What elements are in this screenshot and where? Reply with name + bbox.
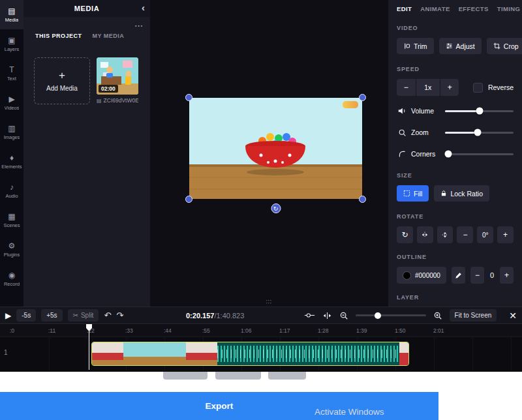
media-thumbnail[interactable]: 02:00	[97, 57, 138, 95]
crop-button[interactable]: Crop	[487, 38, 522, 54]
media-panel-title: MEDIA	[74, 5, 99, 12]
tab-this-project[interactable]: THIS PROJECT	[35, 33, 82, 39]
media-item[interactable]: 02:00 ▤ ZCI69dVtW0E (...	[97, 57, 138, 104]
tab-my-media[interactable]: MY MEDIA	[93, 33, 125, 39]
rotate-angle-value: 0°	[477, 226, 493, 243]
fill-button[interactable]: Fill	[397, 185, 429, 202]
adjust-icon	[446, 42, 453, 50]
ruler-tick: :0	[10, 327, 48, 334]
sidebar-item-scenes[interactable]: ▦ Scenes	[0, 205, 23, 235]
collapse-panel-icon[interactable]: ‹	[142, 2, 145, 13]
timeline-zoom-slider[interactable]	[356, 314, 426, 316]
sidebar-item-media[interactable]: ▤ Media	[0, 0, 23, 29]
outline-decrease-button[interactable]: −	[470, 267, 484, 284]
redo-icon[interactable]: ↷	[116, 310, 123, 320]
timeline-ruler[interactable]: :0 :11 :22 :33 :44 :55 1:06 1:17 1:28 1:…	[0, 324, 522, 337]
volume-slider[interactable]	[445, 110, 514, 112]
eyedropper-icon[interactable]	[452, 267, 465, 284]
ruler-tick: :44	[164, 327, 202, 334]
track-area[interactable]: 1	[0, 337, 522, 370]
tab-timing[interactable]: TIMING	[497, 5, 521, 16]
selection-handle-bottom-right[interactable]	[359, 196, 366, 203]
preview-canvas[interactable]: ↻ ⋯⋯	[150, 0, 388, 307]
more-options-icon[interactable]: ⋯	[134, 21, 144, 31]
zoom-slider[interactable]	[445, 132, 514, 134]
back-5s-button[interactable]: -5s	[16, 309, 36, 322]
media-icon: ▤	[8, 7, 15, 15]
panel-resize-grip-icon[interactable]: ⋯⋯	[266, 299, 273, 305]
zoom-icon	[397, 128, 407, 137]
activate-windows-watermark: Activate Windows	[315, 407, 384, 417]
scissors-icon: ✂	[73, 312, 78, 319]
undo-icon[interactable]: ↶	[104, 310, 111, 320]
lock-ratio-button[interactable]: Lock Ratio	[434, 185, 489, 202]
rotate-increase-button[interactable]: +	[497, 226, 514, 243]
speed-increase-button[interactable]: +	[440, 79, 459, 96]
close-icon[interactable]: ✕	[509, 310, 517, 321]
corners-slider[interactable]	[445, 153, 514, 155]
tab-animate[interactable]: ANIMATE	[420, 5, 450, 16]
flip-horizontal-icon[interactable]	[417, 226, 433, 243]
sidebar-item-images[interactable]: ▥ Images	[0, 117, 23, 147]
sidebar-item-plugins[interactable]: ⚙ Plugins	[0, 235, 23, 264]
speed-decrease-button[interactable]: −	[397, 79, 416, 96]
sidebar-item-elements[interactable]: ♦ Elements	[0, 147, 23, 176]
outline-increase-button[interactable]: +	[500, 267, 514, 284]
playhead[interactable]	[89, 324, 89, 370]
sidebar-item-audio[interactable]: ♪ Audio	[0, 176, 23, 205]
zoom-in-icon[interactable]	[433, 311, 442, 320]
split-button[interactable]: ✂ Split	[68, 309, 99, 322]
video-editor-app: ▤ Media ▣ Layers T Text ▶ Videos ▥ Image…	[0, 0, 522, 420]
corners-label: Corners	[411, 150, 445, 158]
rotate-handle-icon[interactable]: ↻	[271, 203, 281, 213]
flip-vertical-icon[interactable]	[437, 226, 453, 243]
reverse-checkbox[interactable]	[473, 83, 482, 93]
ruler-tick: 1:06	[241, 327, 279, 334]
video-clip[interactable]	[91, 342, 409, 366]
slider-thumb[interactable]	[474, 129, 482, 136]
corners-icon	[397, 150, 407, 158]
fill-icon	[403, 190, 410, 197]
obscured-button	[163, 372, 207, 380]
fit-to-screen-button[interactable]: Fit to Screen	[450, 309, 497, 322]
media-panel-tabs: THIS PROJECT MY MEDIA	[23, 17, 150, 39]
media-panel-header: MEDIA ‹	[23, 0, 150, 17]
rotate-decrease-button[interactable]: −	[457, 226, 473, 243]
tab-effects[interactable]: EFFECTS	[459, 5, 489, 16]
selection-handle-top-left[interactable]	[185, 94, 192, 101]
slider-thumb[interactable]	[445, 151, 452, 158]
zoom-row: Zoom	[397, 126, 514, 139]
play-button[interactable]: ▶	[5, 311, 11, 320]
sidebar-item-label: Record	[4, 281, 20, 287]
slider-thumb[interactable]	[476, 108, 483, 115]
slider-thumb[interactable]	[375, 312, 381, 319]
layers-icon: ▣	[8, 37, 15, 44]
rotate-90-icon[interactable]: ↻	[397, 226, 413, 243]
sidebar-item-layers[interactable]: ▣ Layers	[0, 29, 23, 59]
snap-marker-icon[interactable]	[322, 312, 332, 320]
video-preview[interactable]: ↻	[189, 98, 362, 199]
corners-row: Corners	[397, 147, 514, 160]
forward-5s-button[interactable]: +5s	[41, 309, 62, 322]
sidebar-item-text[interactable]: T Text	[0, 59, 23, 88]
plugins-icon: ⚙	[8, 242, 16, 250]
selection-handle-top-right[interactable]	[359, 94, 366, 101]
outline-color-picker[interactable]: #000000	[397, 267, 446, 284]
tab-edit[interactable]: EDIT	[397, 5, 412, 16]
sidebar-item-record[interactable]: ◉ Record	[0, 264, 23, 293]
ruler-tick: 1:17	[279, 327, 318, 334]
zoom-out-icon[interactable]	[339, 311, 348, 320]
timeline-view-controls: Fit to Screen ✕	[304, 307, 517, 323]
media-panel: MEDIA ‹ ⋯ THIS PROJECT MY MEDIA + Add Me…	[23, 0, 150, 307]
timeline-settings-icon[interactable]	[304, 312, 315, 319]
trim-icon	[403, 42, 410, 50]
text-icon: T	[9, 66, 14, 74]
trim-button[interactable]: Trim	[397, 38, 434, 54]
add-media-button[interactable]: + Add Media	[34, 57, 90, 104]
selection-handle-bottom-left[interactable]	[185, 196, 192, 203]
outline-controls: #000000 − 0 +	[397, 267, 514, 284]
sidebar-item-videos[interactable]: ▶ Videos	[0, 88, 23, 117]
images-icon: ▥	[8, 125, 15, 132]
add-media-label: Add Media	[46, 85, 78, 92]
adjust-button[interactable]: Adjust	[439, 38, 482, 54]
